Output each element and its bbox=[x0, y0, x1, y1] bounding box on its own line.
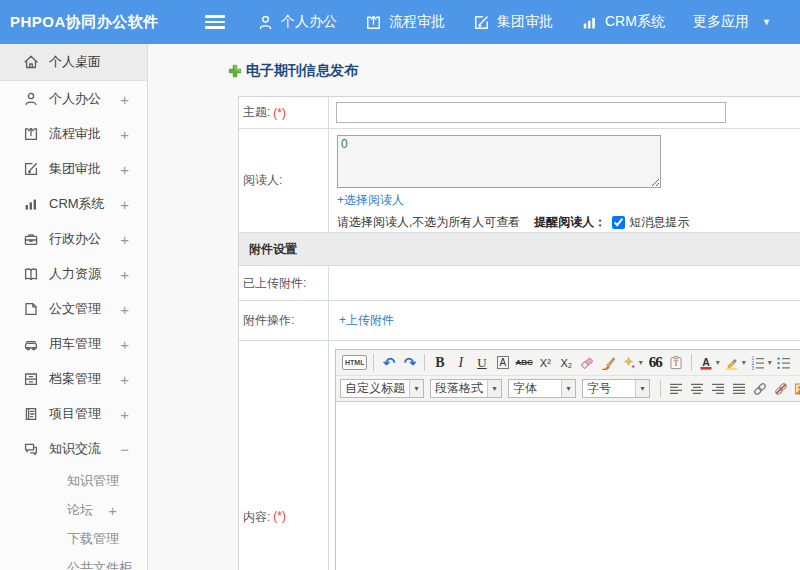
chevron-down-icon[interactable]: ▾ bbox=[768, 358, 772, 367]
sidebar-item-个人办公[interactable]: 个人办公+ bbox=[0, 81, 147, 116]
editor-select-字体[interactable]: 字体▾ bbox=[508, 379, 576, 398]
nav-item-4[interactable]: CRM系统 bbox=[567, 0, 679, 44]
hamburger-menu-icon[interactable] bbox=[205, 15, 225, 29]
redo-icon[interactable]: ↷ bbox=[399, 352, 420, 374]
editor-select-字号[interactable]: 字号▾ bbox=[582, 379, 650, 398]
chevron-down-icon[interactable]: ▾ bbox=[635, 380, 649, 397]
sidebar-item-CRM系统[interactable]: CRM系统+ bbox=[0, 186, 147, 221]
nav-item-2[interactable]: 流程审批 bbox=[351, 0, 459, 44]
expand-icon[interactable]: + bbox=[108, 501, 117, 518]
font-color-icon[interactable]: A▾ bbox=[696, 352, 722, 374]
html-source-button[interactable]: HTML bbox=[340, 352, 369, 374]
sidebar-item-项目管理[interactable]: 项目管理+ bbox=[0, 396, 147, 431]
subscript-icon[interactable]: X₂ bbox=[556, 352, 577, 374]
expand-icon[interactable]: + bbox=[120, 370, 129, 387]
unlink-icon[interactable] bbox=[770, 378, 791, 400]
person-icon bbox=[23, 91, 39, 107]
upload-attachment-link[interactable]: +上传附件 bbox=[339, 312, 394, 329]
chevron-down-icon[interactable]: ▾ bbox=[561, 380, 575, 397]
remind-readers-label: 提醒阅读人： bbox=[534, 214, 606, 231]
expand-icon[interactable]: + bbox=[120, 160, 129, 177]
expand-icon[interactable]: + bbox=[120, 265, 129, 282]
italic-icon[interactable]: I bbox=[450, 352, 471, 374]
sms-remind-checkbox[interactable] bbox=[612, 216, 625, 229]
nav-item-label: CRM系统 bbox=[605, 13, 665, 31]
chevron-down-icon[interactable]: ▾ bbox=[742, 358, 746, 367]
collapse-icon[interactable]: − bbox=[120, 440, 129, 457]
expand-icon[interactable]: + bbox=[120, 230, 129, 247]
editor-content-area[interactable] bbox=[336, 402, 800, 570]
expand-icon[interactable]: + bbox=[120, 405, 129, 422]
sidebar-item-论坛[interactable]: 论坛+ bbox=[0, 495, 147, 524]
sidebar-item-知识管理[interactable]: 知识管理 bbox=[0, 466, 147, 495]
highlight-color-icon[interactable]: ▾ bbox=[722, 352, 748, 374]
editor-select-段落格式[interactable]: 段落格式▾ bbox=[430, 379, 502, 398]
subject-label: 主题: (*) bbox=[239, 97, 329, 128]
image-icon[interactable] bbox=[791, 378, 800, 400]
sidebar-item-公文管理[interactable]: 公文管理+ bbox=[0, 291, 147, 326]
add-icon bbox=[228, 64, 242, 78]
svg-text:A: A bbox=[702, 355, 710, 367]
sidebar-item-用车管理[interactable]: 用车管理+ bbox=[0, 326, 147, 361]
underline-icon[interactable]: U bbox=[471, 352, 492, 374]
blockquote-icon[interactable]: 66 bbox=[645, 352, 666, 374]
expand-icon[interactable]: + bbox=[120, 125, 129, 142]
undo-icon[interactable]: ↶ bbox=[378, 352, 399, 374]
attachment-section-header: 附件设置 bbox=[239, 233, 800, 266]
align-left-icon[interactable] bbox=[665, 378, 686, 400]
sidebar-item-知识交流[interactable]: 知识交流− bbox=[0, 431, 147, 466]
chevron-down-icon[interactable]: ▾ bbox=[639, 358, 643, 367]
chevron-down-icon[interactable]: ▾ bbox=[716, 358, 720, 367]
sidebar-item-人力资源[interactable]: 人力资源+ bbox=[0, 256, 147, 291]
strikethrough-icon[interactable]: ABC bbox=[513, 352, 534, 374]
remove-format-icon[interactable] bbox=[577, 352, 598, 374]
unordered-list-icon[interactable] bbox=[774, 352, 795, 374]
readers-textarea[interactable]: 0 bbox=[337, 135, 661, 188]
nav-item-5[interactable]: 更多应用▼ bbox=[679, 0, 785, 44]
char-border-icon[interactable]: A bbox=[492, 352, 513, 374]
chevron-down-icon[interactable]: ▾ bbox=[409, 380, 423, 397]
ordered-list-icon[interactable]: 123▾ bbox=[748, 352, 774, 374]
flow-icon bbox=[23, 126, 39, 142]
quick-format-icon[interactable]: ▾ bbox=[619, 352, 645, 374]
sidebar-item-公共文件柜[interactable]: 公共文件柜 bbox=[0, 553, 147, 570]
bold-icon[interactable]: B bbox=[429, 352, 450, 374]
nav-item-label: 个人办公 bbox=[281, 13, 337, 31]
paste-text-icon[interactable]: T bbox=[666, 352, 687, 374]
readers-row: 阅读人: 0 +选择阅读人 请选择阅读人,不选为所有人可查看 提醒阅读人： 短消… bbox=[239, 129, 800, 233]
readers-label: 阅读人: bbox=[239, 129, 329, 232]
sidebar-item-label: 个人桌面 bbox=[49, 53, 101, 71]
subject-input[interactable] bbox=[336, 102, 726, 123]
sidebar-item-下载管理[interactable]: 下载管理 bbox=[0, 524, 147, 553]
sidebar-item-label: 档案管理 bbox=[49, 370, 101, 388]
align-justify-icon[interactable] bbox=[728, 378, 749, 400]
top-header: PHPOA协同办公软件 个人办公流程审批集团审批CRM系统更多应用▼ bbox=[0, 0, 800, 44]
toolbar-separator bbox=[660, 380, 661, 397]
sidebar-item-个人桌面[interactable]: 个人桌面 bbox=[0, 44, 147, 81]
link-icon[interactable] bbox=[749, 378, 770, 400]
subject-row: 主题: (*) bbox=[239, 97, 800, 129]
align-right-icon[interactable] bbox=[707, 378, 728, 400]
select-readers-link[interactable]: +选择阅读人 bbox=[337, 192, 404, 209]
sidebar-item-流程审批[interactable]: 流程审批+ bbox=[0, 116, 147, 151]
superscript-icon[interactable]: X² bbox=[535, 352, 556, 374]
nav-item-1[interactable]: 个人办公 bbox=[243, 0, 351, 44]
sidebar-item-label: 流程审批 bbox=[49, 125, 101, 143]
attachment-operation-label: 附件操作: bbox=[239, 301, 329, 340]
content-label: 内容: (*) bbox=[239, 341, 329, 570]
uploaded-attachments-row: 已上传附件: bbox=[239, 266, 800, 301]
sidebar-item-档案管理[interactable]: 档案管理+ bbox=[0, 361, 147, 396]
sidebar-item-label: 项目管理 bbox=[49, 405, 101, 423]
expand-icon[interactable]: + bbox=[120, 335, 129, 352]
nav-item-3[interactable]: 集团审批 bbox=[459, 0, 567, 44]
expand-icon[interactable]: + bbox=[120, 195, 129, 212]
sidebar-item-集团审批[interactable]: 集团审批+ bbox=[0, 151, 147, 186]
expand-icon[interactable]: + bbox=[120, 300, 129, 317]
chevron-down-icon[interactable]: ▾ bbox=[487, 380, 501, 397]
sidebar-item-label: 个人办公 bbox=[49, 90, 101, 108]
sidebar-item-行政办公[interactable]: 行政办公+ bbox=[0, 221, 147, 256]
align-center-icon[interactable] bbox=[686, 378, 707, 400]
format-painter-icon[interactable] bbox=[598, 352, 619, 374]
expand-icon[interactable]: + bbox=[120, 90, 129, 107]
editor-select-自定义标题[interactable]: 自定义标题▾ bbox=[340, 379, 424, 398]
